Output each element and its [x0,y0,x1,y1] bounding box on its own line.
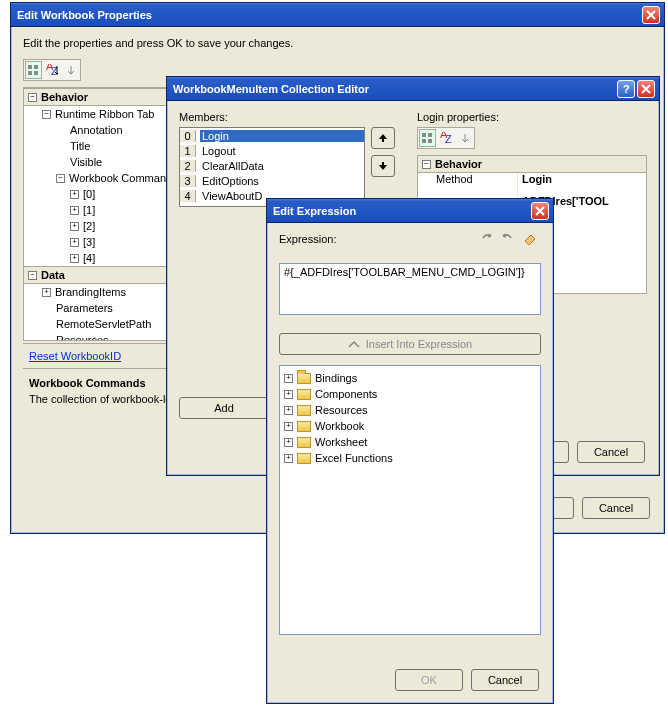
member-index: 1 [180,145,196,157]
win2-help-button[interactable]: ? [617,80,635,98]
win3-close-button[interactable] [531,202,549,220]
folder-icon [297,421,311,432]
member-item-login[interactable]: 0Login [180,128,364,143]
expand-icon[interactable]: + [70,206,79,215]
reset-workbook-id-link[interactable]: Reset WorkbookID [29,350,121,362]
svg-rect-7 [422,133,426,137]
win2-cancel-button[interactable]: Cancel [577,441,645,463]
add-button[interactable]: Add [179,397,269,419]
insert-icon [348,340,360,348]
clear-button[interactable] [521,229,539,247]
win1-title: Edit Workbook Properties [17,9,640,21]
expand-icon[interactable]: + [284,406,293,415]
bindings-tree[interactable]: +Bindings +Components +Resources +Workbo… [279,365,541,635]
alphabetical-icon: AZ [46,64,58,76]
redo-icon [500,230,516,246]
member-label: ClearAllData [200,160,364,172]
data-label: Data [41,269,65,281]
expand-icon[interactable]: + [284,390,293,399]
collapse-icon[interactable]: − [42,110,51,119]
folder-icon [297,437,311,448]
expand-icon[interactable]: + [70,190,79,199]
move-up-button[interactable] [371,127,395,149]
tree-item-label: Workbook Commands [69,172,178,184]
expand-icon[interactable]: + [284,422,293,431]
tree-item-label: [1] [83,204,95,216]
tree-item-label: Resources [56,334,109,341]
expand-icon[interactable]: + [284,438,293,447]
svg-rect-3 [34,71,38,75]
bindings-folder-item[interactable]: +Bindings [284,370,536,386]
member-index: 2 [180,160,196,172]
win3-cancel-button[interactable]: Cancel [471,669,539,691]
sort-button[interactable] [62,61,79,79]
folder-icon [297,405,311,416]
members-listbox[interactable]: 0Login 1Logout 2ClearAllData 3EditOption… [179,127,365,207]
win1-titlebar[interactable]: Edit Workbook Properties [11,3,664,27]
propgrid-sort-button[interactable] [456,129,473,147]
win1-close-button[interactable] [642,6,660,24]
collapse-icon[interactable]: − [422,160,431,169]
expand-icon[interactable]: + [42,288,51,297]
reorder-buttons [371,127,395,207]
folder-label: Worksheet [315,436,367,448]
expand-icon[interactable]: + [70,238,79,247]
expression-input[interactable] [279,263,541,315]
propgrid-categorized-button[interactable] [419,129,436,147]
behavior-group-header[interactable]: − Behavior [418,156,646,173]
method-property-row[interactable]: Method Login [418,173,646,189]
tree-item-label: Visible [70,156,102,168]
win2-close-button[interactable] [637,80,655,98]
sort-icon [65,64,77,76]
win1-cancel-button[interactable]: Cancel [582,497,650,519]
tree-item-label: [4] [83,252,95,264]
win3-titlebar[interactable]: Edit Expression [267,199,553,223]
categorized-view-button[interactable] [25,61,42,79]
member-label: Logout [200,145,364,157]
collapse-icon[interactable]: − [28,93,37,102]
collapse-icon[interactable]: − [28,271,37,280]
description-body: The collection of workbook-lev [29,393,177,405]
member-index: 4 [180,190,196,202]
close-icon [646,10,656,20]
tree-item-label: Title [70,140,90,152]
tree-item-label: Runtime Ribbon Tab [55,108,154,120]
folder-label: Bindings [315,372,357,384]
collapse-icon[interactable]: − [56,174,65,183]
win2-titlebar[interactable]: WorkbookMenuItem Collection Editor ? [167,77,659,101]
arrow-up-icon [378,133,388,143]
svg-rect-10 [428,139,432,143]
sort-icon [459,132,471,144]
folder-icon [297,453,311,464]
member-item-logout[interactable]: 1Logout [180,143,364,158]
worksheet-folder-item[interactable]: +Worksheet [284,434,536,450]
move-down-button[interactable] [371,155,395,177]
member-item-clearalldata[interactable]: 2ClearAllData [180,158,364,173]
resources-folder-item[interactable]: +Resources [284,402,536,418]
member-index: 3 [180,175,196,187]
expand-icon[interactable]: + [70,222,79,231]
tree-item-label: [2] [83,220,95,232]
member-label: Login [200,130,364,142]
win3-ok-button[interactable]: OK [395,669,463,691]
insert-into-expression-button[interactable]: Insert Into Expression [279,333,541,355]
redo-button[interactable] [499,229,517,247]
behavior-label: Behavior [435,158,482,170]
folder-label: Excel Functions [315,452,393,464]
alphabetical-view-button[interactable]: AZ [44,61,61,79]
tree-item-label: BrandingItems [55,286,126,298]
expand-icon[interactable]: + [284,374,293,383]
property-value[interactable]: Login [518,173,646,189]
expand-icon[interactable]: + [70,254,79,263]
tree-item-label: Annotation [70,124,123,136]
components-folder-item[interactable]: +Components [284,386,536,402]
propgrid-alphabetical-button[interactable]: AZ [438,129,455,147]
categorized-icon [27,64,39,76]
undo-button[interactable] [477,229,495,247]
member-item-editoptions[interactable]: 3EditOptions [180,173,364,188]
tree-item-label: [3] [83,236,95,248]
workbook-folder-item[interactable]: +Workbook [284,418,536,434]
expand-icon[interactable]: + [284,454,293,463]
excel-functions-folder-item[interactable]: +Excel Functions [284,450,536,466]
folder-label: Resources [315,404,368,416]
